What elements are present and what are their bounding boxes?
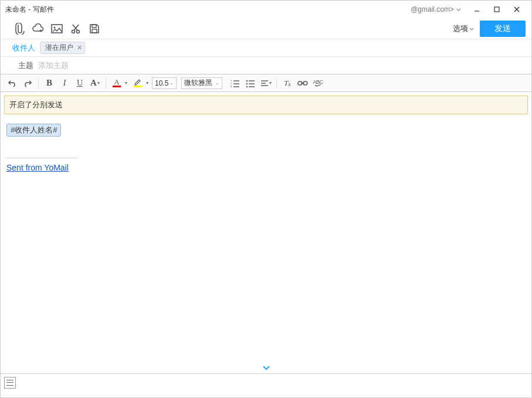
clear-format-button[interactable]: Tx: [280, 76, 294, 90]
italic-button[interactable]: I: [57, 76, 72, 90]
separator: [106, 78, 106, 89]
subject-row: 主题: [1, 57, 531, 74]
signature-divider: [6, 158, 77, 158]
svg-point-5: [54, 26, 56, 28]
cut-icon[interactable]: [66, 20, 85, 38]
svg-rect-1: [494, 7, 499, 12]
font-family-select[interactable]: 微软雅黑 ⌄: [181, 77, 222, 89]
svg-rect-11: [92, 29, 97, 33]
unordered-list-button[interactable]: [243, 76, 257, 90]
chevron-down-icon[interactable]: ▾: [146, 80, 148, 86]
options-dropdown[interactable]: 选项: [453, 23, 474, 34]
redo-button[interactable]: [21, 76, 35, 90]
recipient-tag-text: 潜在用户: [45, 43, 73, 53]
account-dropdown-icon[interactable]: [456, 5, 461, 13]
save-icon[interactable]: [85, 20, 104, 38]
email-body-editor[interactable]: #收件人姓名# Sent from YoMail: [1, 118, 531, 373]
font-family-value: 微软雅黑: [184, 78, 212, 88]
close-button[interactable]: [507, 3, 527, 16]
separator: [276, 78, 277, 89]
subject-label: 主题: [18, 60, 33, 71]
ordered-list-button[interactable]: 123: [228, 76, 242, 90]
maximize-button[interactable]: [487, 3, 507, 16]
font-size-value: 10.5: [155, 79, 168, 87]
svg-text:3: 3: [231, 85, 232, 87]
separate-send-banner: 开启了分别发送: [4, 96, 528, 114]
subject-input[interactable]: [38, 61, 524, 70]
text-color-button[interactable]: A: [110, 76, 124, 90]
chevron-down-icon: [469, 24, 474, 33]
svg-point-20: [246, 83, 248, 84]
chevron-down-icon[interactable]: ▾: [125, 80, 127, 86]
attach-icon[interactable]: [10, 20, 29, 38]
account-label[interactable]: @gmail.com>: [411, 5, 454, 13]
minimize-button[interactable]: [467, 3, 487, 16]
image-icon[interactable]: [48, 20, 66, 38]
align-button[interactable]: ▾: [259, 76, 273, 90]
send-button[interactable]: 发送: [480, 21, 526, 37]
svg-point-18: [246, 80, 248, 81]
undo-button[interactable]: [5, 76, 19, 90]
attachment-preview-icon[interactable]: [4, 377, 16, 389]
recipient-name-variable[interactable]: #收件人姓名#: [6, 124, 61, 137]
recipient-row[interactable]: 收件人 潜在用户 ✕: [1, 39, 531, 57]
highlight-color-button[interactable]: [131, 76, 145, 90]
spellcheck-button[interactable]: ABC: [311, 76, 325, 90]
separator: [38, 78, 39, 89]
window-title: 未命名 - 写邮件: [5, 5, 54, 15]
expand-handle-icon[interactable]: [262, 363, 270, 372]
font-dropdown-button[interactable]: A▾: [88, 76, 102, 90]
font-size-select[interactable]: 10.5 ⌄: [152, 77, 177, 89]
recipient-tag[interactable]: 潜在用户 ✕: [40, 42, 85, 54]
recipient-label[interactable]: 收件人: [12, 43, 35, 53]
format-toolbar: B I U A▾ A ▾ ▾ 10.5 ⌄ 微软雅黑 ⌄ 123 ▾ Tx AB…: [1, 74, 531, 92]
main-toolbar: 选项 发送: [1, 18, 531, 39]
cloud-attach-icon[interactable]: [29, 20, 48, 38]
attachment-bar: [1, 373, 531, 391]
underline-button[interactable]: U: [73, 76, 87, 90]
title-bar: 未命名 - 写邮件 @gmail.com>: [1, 1, 531, 18]
remove-tag-icon[interactable]: ✕: [77, 44, 82, 52]
link-button[interactable]: [296, 76, 310, 90]
options-label: 选项: [453, 23, 468, 34]
bold-button[interactable]: B: [42, 76, 56, 90]
signature-link[interactable]: Sent from YoMail: [6, 163, 69, 172]
svg-point-22: [246, 86, 248, 87]
banner-text: 开启了分别发送: [9, 100, 63, 109]
